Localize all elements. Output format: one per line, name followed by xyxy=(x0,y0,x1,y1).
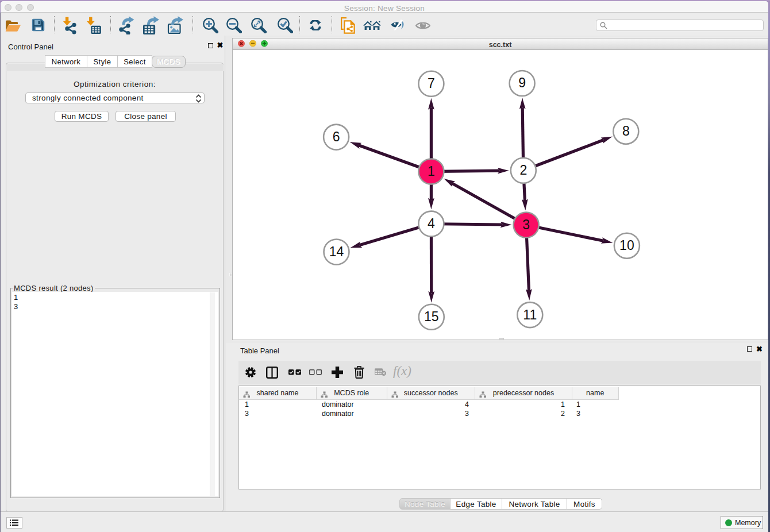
svg-text:8: 8 xyxy=(622,124,630,138)
svg-text:4: 4 xyxy=(428,216,435,231)
svg-text:6: 6 xyxy=(333,129,340,144)
svg-text:1: 1 xyxy=(428,164,435,179)
svg-text:3: 3 xyxy=(522,217,530,232)
svg-text:15: 15 xyxy=(424,309,439,324)
svg-text:14: 14 xyxy=(329,244,344,259)
svg-text:9: 9 xyxy=(518,75,526,90)
svg-text:10: 10 xyxy=(619,238,634,253)
svg-text:2: 2 xyxy=(519,163,527,178)
svg-text:7: 7 xyxy=(428,76,435,91)
svg-text:11: 11 xyxy=(523,307,537,322)
